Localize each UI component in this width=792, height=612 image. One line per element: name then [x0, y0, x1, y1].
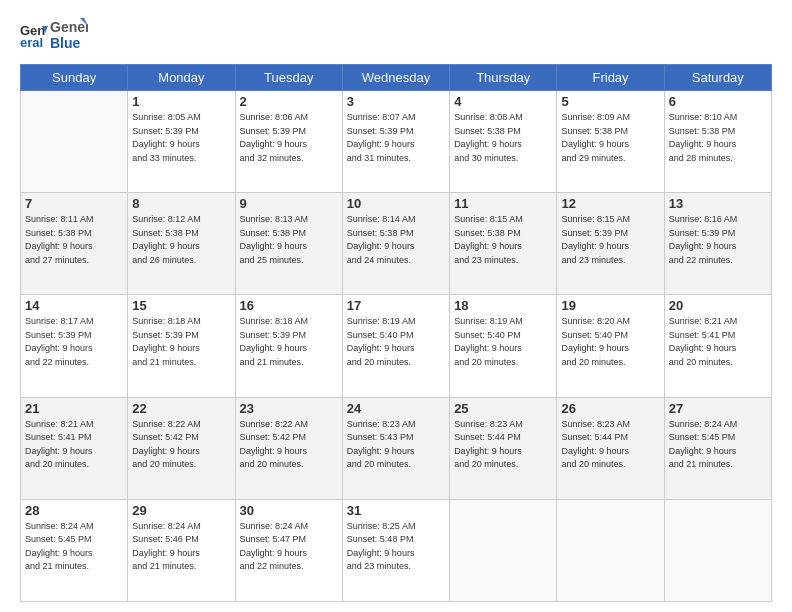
day-info: Sunrise: 8:16 AM Sunset: 5:39 PM Dayligh…	[669, 213, 767, 267]
day-number: 4	[454, 94, 552, 109]
day-info: Sunrise: 8:23 AM Sunset: 5:43 PM Dayligh…	[347, 418, 445, 472]
calendar-day-cell: 12Sunrise: 8:15 AM Sunset: 5:39 PM Dayli…	[557, 193, 664, 295]
day-info: Sunrise: 8:10 AM Sunset: 5:38 PM Dayligh…	[669, 111, 767, 165]
calendar-day-cell	[450, 499, 557, 601]
calendar-day-cell: 31Sunrise: 8:25 AM Sunset: 5:48 PM Dayli…	[342, 499, 449, 601]
calendar-day-cell	[664, 499, 771, 601]
calendar-day-cell: 27Sunrise: 8:24 AM Sunset: 5:45 PM Dayli…	[664, 397, 771, 499]
day-info: Sunrise: 8:21 AM Sunset: 5:41 PM Dayligh…	[25, 418, 123, 472]
calendar-table: SundayMondayTuesdayWednesdayThursdayFrid…	[20, 64, 772, 602]
calendar-day-cell: 4Sunrise: 8:08 AM Sunset: 5:38 PM Daylig…	[450, 91, 557, 193]
day-info: Sunrise: 8:24 AM Sunset: 5:45 PM Dayligh…	[669, 418, 767, 472]
calendar-day-cell: 6Sunrise: 8:10 AM Sunset: 5:38 PM Daylig…	[664, 91, 771, 193]
day-number: 18	[454, 298, 552, 313]
weekday-header-row: SundayMondayTuesdayWednesdayThursdayFrid…	[21, 65, 772, 91]
day-number: 25	[454, 401, 552, 416]
day-info: Sunrise: 8:12 AM Sunset: 5:38 PM Dayligh…	[132, 213, 230, 267]
day-number: 6	[669, 94, 767, 109]
svg-text:eral: eral	[20, 35, 43, 49]
day-info: Sunrise: 8:21 AM Sunset: 5:41 PM Dayligh…	[669, 315, 767, 369]
calendar-day-cell: 23Sunrise: 8:22 AM Sunset: 5:42 PM Dayli…	[235, 397, 342, 499]
day-number: 13	[669, 196, 767, 211]
weekday-header-cell: Tuesday	[235, 65, 342, 91]
day-info: Sunrise: 8:19 AM Sunset: 5:40 PM Dayligh…	[347, 315, 445, 369]
day-number: 29	[132, 503, 230, 518]
svg-text:Blue: Blue	[50, 35, 81, 51]
calendar-week-row: 21Sunrise: 8:21 AM Sunset: 5:41 PM Dayli…	[21, 397, 772, 499]
calendar-week-row: 14Sunrise: 8:17 AM Sunset: 5:39 PM Dayli…	[21, 295, 772, 397]
calendar-day-cell: 25Sunrise: 8:23 AM Sunset: 5:44 PM Dayli…	[450, 397, 557, 499]
day-number: 22	[132, 401, 230, 416]
day-number: 2	[240, 94, 338, 109]
calendar-day-cell: 19Sunrise: 8:20 AM Sunset: 5:40 PM Dayli…	[557, 295, 664, 397]
day-number: 19	[561, 298, 659, 313]
day-number: 16	[240, 298, 338, 313]
day-number: 7	[25, 196, 123, 211]
calendar-day-cell: 13Sunrise: 8:16 AM Sunset: 5:39 PM Dayli…	[664, 193, 771, 295]
day-number: 9	[240, 196, 338, 211]
day-info: Sunrise: 8:22 AM Sunset: 5:42 PM Dayligh…	[132, 418, 230, 472]
calendar-body: 1Sunrise: 8:05 AM Sunset: 5:39 PM Daylig…	[21, 91, 772, 602]
day-info: Sunrise: 8:15 AM Sunset: 5:39 PM Dayligh…	[561, 213, 659, 267]
calendar-day-cell: 20Sunrise: 8:21 AM Sunset: 5:41 PM Dayli…	[664, 295, 771, 397]
day-info: Sunrise: 8:22 AM Sunset: 5:42 PM Dayligh…	[240, 418, 338, 472]
calendar-week-row: 28Sunrise: 8:24 AM Sunset: 5:45 PM Dayli…	[21, 499, 772, 601]
day-number: 24	[347, 401, 445, 416]
calendar-day-cell: 21Sunrise: 8:21 AM Sunset: 5:41 PM Dayli…	[21, 397, 128, 499]
general-blue-logo: General Blue	[50, 16, 88, 54]
day-info: Sunrise: 8:19 AM Sunset: 5:40 PM Dayligh…	[454, 315, 552, 369]
calendar-day-cell	[21, 91, 128, 193]
day-number: 11	[454, 196, 552, 211]
day-number: 21	[25, 401, 123, 416]
weekday-header-cell: Friday	[557, 65, 664, 91]
day-number: 1	[132, 94, 230, 109]
day-number: 14	[25, 298, 123, 313]
day-info: Sunrise: 8:07 AM Sunset: 5:39 PM Dayligh…	[347, 111, 445, 165]
calendar-day-cell: 18Sunrise: 8:19 AM Sunset: 5:40 PM Dayli…	[450, 295, 557, 397]
calendar-day-cell: 9Sunrise: 8:13 AM Sunset: 5:38 PM Daylig…	[235, 193, 342, 295]
calendar-day-cell: 28Sunrise: 8:24 AM Sunset: 5:45 PM Dayli…	[21, 499, 128, 601]
calendar-day-cell: 29Sunrise: 8:24 AM Sunset: 5:46 PM Dayli…	[128, 499, 235, 601]
day-number: 20	[669, 298, 767, 313]
weekday-header-cell: Wednesday	[342, 65, 449, 91]
day-number: 23	[240, 401, 338, 416]
day-info: Sunrise: 8:20 AM Sunset: 5:40 PM Dayligh…	[561, 315, 659, 369]
day-info: Sunrise: 8:14 AM Sunset: 5:38 PM Dayligh…	[347, 213, 445, 267]
day-number: 17	[347, 298, 445, 313]
calendar-day-cell: 7Sunrise: 8:11 AM Sunset: 5:38 PM Daylig…	[21, 193, 128, 295]
calendar-day-cell: 15Sunrise: 8:18 AM Sunset: 5:39 PM Dayli…	[128, 295, 235, 397]
weekday-header-cell: Saturday	[664, 65, 771, 91]
calendar-day-cell: 2Sunrise: 8:06 AM Sunset: 5:39 PM Daylig…	[235, 91, 342, 193]
calendar-day-cell: 16Sunrise: 8:18 AM Sunset: 5:39 PM Dayli…	[235, 295, 342, 397]
calendar-day-cell	[557, 499, 664, 601]
day-info: Sunrise: 8:09 AM Sunset: 5:38 PM Dayligh…	[561, 111, 659, 165]
day-info: Sunrise: 8:23 AM Sunset: 5:44 PM Dayligh…	[454, 418, 552, 472]
day-info: Sunrise: 8:05 AM Sunset: 5:39 PM Dayligh…	[132, 111, 230, 165]
day-info: Sunrise: 8:24 AM Sunset: 5:47 PM Dayligh…	[240, 520, 338, 574]
day-number: 8	[132, 196, 230, 211]
calendar-week-row: 1Sunrise: 8:05 AM Sunset: 5:39 PM Daylig…	[21, 91, 772, 193]
day-info: Sunrise: 8:15 AM Sunset: 5:38 PM Dayligh…	[454, 213, 552, 267]
day-info: Sunrise: 8:06 AM Sunset: 5:39 PM Dayligh…	[240, 111, 338, 165]
day-number: 27	[669, 401, 767, 416]
calendar-day-cell: 24Sunrise: 8:23 AM Sunset: 5:43 PM Dayli…	[342, 397, 449, 499]
calendar-day-cell: 14Sunrise: 8:17 AM Sunset: 5:39 PM Dayli…	[21, 295, 128, 397]
day-info: Sunrise: 8:23 AM Sunset: 5:44 PM Dayligh…	[561, 418, 659, 472]
calendar-day-cell: 10Sunrise: 8:14 AM Sunset: 5:38 PM Dayli…	[342, 193, 449, 295]
calendar-day-cell: 1Sunrise: 8:05 AM Sunset: 5:39 PM Daylig…	[128, 91, 235, 193]
logo: Gen eral General Blue	[20, 16, 88, 54]
header: Gen eral General Blue	[20, 16, 772, 54]
weekday-header-cell: Sunday	[21, 65, 128, 91]
day-number: 5	[561, 94, 659, 109]
weekday-header-cell: Monday	[128, 65, 235, 91]
calendar-week-row: 7Sunrise: 8:11 AM Sunset: 5:38 PM Daylig…	[21, 193, 772, 295]
day-number: 26	[561, 401, 659, 416]
calendar-day-cell: 11Sunrise: 8:15 AM Sunset: 5:38 PM Dayli…	[450, 193, 557, 295]
calendar-day-cell: 5Sunrise: 8:09 AM Sunset: 5:38 PM Daylig…	[557, 91, 664, 193]
day-info: Sunrise: 8:11 AM Sunset: 5:38 PM Dayligh…	[25, 213, 123, 267]
svg-text:General: General	[50, 19, 88, 35]
calendar-day-cell: 26Sunrise: 8:23 AM Sunset: 5:44 PM Dayli…	[557, 397, 664, 499]
day-number: 15	[132, 298, 230, 313]
calendar-day-cell: 8Sunrise: 8:12 AM Sunset: 5:38 PM Daylig…	[128, 193, 235, 295]
page-container: Gen eral General Blue SundayMondayTues	[0, 0, 792, 612]
